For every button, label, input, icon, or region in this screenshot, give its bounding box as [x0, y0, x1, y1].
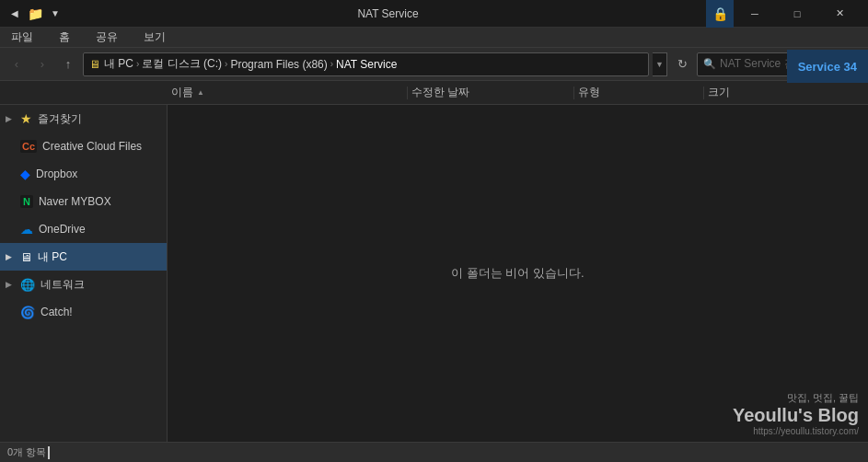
naver-icon: N [20, 195, 33, 208]
minimize-button[interactable]: ─ [734, 0, 776, 28]
mypc-icon: 🖥 [20, 250, 32, 264]
down-arrow-icon: ▼ [48, 6, 63, 21]
addr-natservice-label: NAT Service [336, 58, 397, 71]
col-type-label: 유형 [578, 85, 600, 100]
address-bar[interactable]: 🖥 내 PC › 로컬 디스크 (C:) › Program Files (x8… [83, 52, 649, 76]
sidebar-item-creative-cloud[interactable]: Cc Creative Cloud Files [0, 133, 167, 160]
sidebar-item-network[interactable]: ▶ 🌐 네트워크 [0, 271, 167, 298]
col-type-header[interactable]: 유형 [574, 85, 703, 100]
title-bar-controls: 🔒 ─ □ ✕ [706, 0, 861, 28]
sidebar-label-network: 네트워크 [41, 277, 85, 293]
maximize-button[interactable]: □ [776, 0, 818, 28]
tab-share[interactable]: 공유 [92, 28, 122, 47]
search-icon: 🔍 [703, 58, 716, 70]
sidebar-label-quick: 즐겨찾기 [38, 111, 82, 127]
back-button[interactable]: ‹ [6, 53, 28, 75]
ribbon: 파일 홈 공유 보기 [0, 28, 868, 48]
network-icon: 🌐 [20, 278, 35, 292]
expand-icon-network: ▶ [6, 280, 15, 289]
sidebar-label-cc: Creative Cloud Files [42, 140, 142, 153]
dropbox-icon: ◆ [20, 167, 30, 181]
refresh-button[interactable]: ↻ [671, 53, 693, 75]
tab-file[interactable]: 파일 [7, 28, 37, 47]
sidebar-label-mypc: 내 PC [38, 249, 67, 265]
catch-icon: 🌀 [20, 306, 35, 319]
addr-pc-icon: 🖥 내 PC › [89, 56, 142, 72]
star-icon: ★ [20, 111, 32, 126]
back-arrow-icon: ◀ [7, 6, 22, 21]
empty-folder-message: 이 폴더는 비어 있습니다. [451, 265, 584, 282]
addr-disk-label: 로컬 디스크 (C:) [142, 56, 222, 72]
status-cursor [48, 446, 50, 459]
onedrive-icon: ☁ [20, 222, 33, 237]
sidebar-item-onedrive[interactable]: ☁ OneDrive [0, 215, 167, 243]
file-area: 이 폴더는 비어 있습니다. [168, 105, 868, 442]
address-row: ‹ › ↑ 🖥 내 PC › 로컬 디스크 (C:) › Program Fil… [0, 48, 868, 81]
main-area: ▶ ★ 즐겨찾기 Cc Creative Cloud Files ◆ Dropb… [0, 105, 868, 442]
sidebar-label-onedrive: OneDrive [39, 223, 86, 236]
col-name-label: 이름 [171, 85, 193, 100]
title-bar: ◀ 📁 ▼ NAT Service 🔒 ─ □ ✕ [0, 0, 868, 28]
column-headers: 이름 ▲ 수정한 날짜 유형 크기 [0, 81, 868, 105]
tab-home[interactable]: 홈 [55, 28, 74, 47]
addr-chevron-2: › [225, 59, 227, 69]
cc-icon: Cc [20, 140, 37, 153]
window-title: NAT Service [70, 7, 706, 20]
addr-programfiles-label: Program Files (x86) [230, 58, 327, 71]
expand-icon-mypc: ▶ [6, 252, 15, 261]
service-badge: Service 34 [787, 50, 868, 83]
tab-view[interactable]: 보기 [140, 28, 169, 47]
addr-chevron-1: › [136, 59, 139, 69]
sidebar-label-catch: Catch! [41, 306, 73, 318]
col-date-label: 수정한 날짜 [411, 85, 469, 100]
sidebar-label-dropbox: Dropbox [36, 167, 77, 180]
addr-pc-label: 내 PC [104, 56, 133, 72]
addr-chevron-3: › [330, 59, 333, 69]
sidebar-item-dropbox[interactable]: ◆ Dropbox [0, 160, 167, 188]
col-name-sort-icon: ▲ [197, 88, 204, 97]
quick-access-button[interactable]: 🔒 [706, 0, 734, 28]
col-size-header[interactable]: 크기 [704, 85, 815, 100]
title-bar-icons: ◀ 📁 ▼ [7, 6, 63, 21]
folder-icon: 📁 [28, 6, 42, 21]
status-bar: 0개 항목 [0, 442, 868, 462]
forward-button[interactable]: › [31, 53, 53, 75]
addr-dropdown-btn[interactable]: ▼ [653, 52, 667, 76]
sidebar-label-naver: Naver MYBOX [39, 195, 111, 208]
up-button[interactable]: ↑ [57, 53, 79, 75]
sidebar-item-quick-access[interactable]: ▶ ★ 즐겨찾기 [0, 105, 167, 133]
col-date-header[interactable]: 수정한 날짜 [408, 85, 573, 100]
addr-programfiles-segment: Program Files (x86) › [230, 58, 336, 71]
sidebar: ▶ ★ 즐겨찾기 Cc Creative Cloud Files ◆ Dropb… [0, 105, 168, 442]
sidebar-item-naver-mybox[interactable]: N Naver MYBOX [0, 188, 167, 215]
col-name-header[interactable]: 이름 ▲ [168, 85, 407, 100]
status-text: 0개 항목 [7, 445, 46, 459]
sidebar-item-mypc[interactable]: ▶ 🖥 내 PC [0, 243, 167, 271]
addr-natservice-segment: NAT Service [336, 58, 397, 71]
sidebar-item-catch[interactable]: 🌀 Catch! [0, 298, 167, 326]
addr-disk-segment: 로컬 디스크 (C:) › [142, 56, 230, 72]
expand-icon-quick: ▶ [6, 114, 15, 123]
service-badge-label: Service 34 [798, 60, 857, 74]
col-size-label: 크기 [708, 85, 730, 100]
close-button[interactable]: ✕ [818, 0, 861, 28]
